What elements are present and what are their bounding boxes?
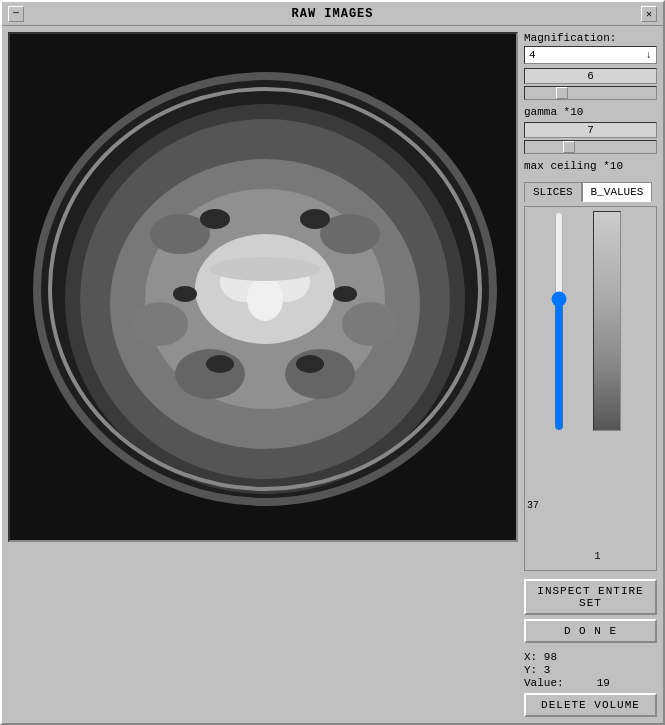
ceiling-slider[interactable] — [524, 140, 657, 154]
svg-point-16 — [285, 349, 355, 399]
x-value: 98 — [544, 651, 557, 663]
delete-section: DELETE VOLUME — [524, 693, 657, 717]
y-status: Y: 3 — [524, 664, 657, 676]
ceiling-slider-container — [524, 140, 657, 158]
window-title: RAW IMAGES — [291, 7, 373, 21]
svg-point-15 — [175, 349, 245, 399]
slices-slider-container: 37 — [529, 211, 589, 566]
slices-vertical-slider[interactable] — [548, 211, 570, 431]
tabs-section: SLICES B_VALUES — [524, 182, 657, 202]
gamma-slider-container — [524, 86, 657, 104]
main-content: Magnification: 4 ↓ 6 gamma *10 7 — [2, 26, 663, 723]
bvalues-bar — [593, 211, 621, 431]
svg-point-23 — [206, 355, 234, 373]
value-label: Value: — [524, 677, 564, 689]
bvalues-slider-container: 1 — [593, 211, 653, 566]
brain-image — [10, 34, 518, 542]
tab-slices[interactable]: SLICES — [524, 182, 582, 202]
magnification-value: 4 — [529, 49, 536, 61]
svg-point-22 — [333, 286, 357, 302]
value-value: 19 — [597, 677, 610, 689]
minimize-button[interactable]: ─ — [8, 6, 24, 22]
right-panel: Magnification: 4 ↓ 6 gamma *10 7 — [524, 32, 657, 717]
gamma-value-display: 6 — [524, 68, 657, 84]
x-status: X: 98 — [524, 651, 657, 663]
value-status: Value: 19 — [524, 677, 657, 689]
ceiling-label: max ceiling *10 — [524, 160, 657, 172]
svg-point-10 — [210, 257, 320, 281]
slice-value-label: 37 — [527, 500, 539, 511]
title-bar: ─ RAW IMAGES ✕ — [2, 2, 663, 26]
close-button[interactable]: ✕ — [641, 6, 657, 22]
dropdown-arrow-icon: ↓ — [646, 50, 652, 61]
magnification-select[interactable]: 4 ↓ — [524, 46, 657, 64]
main-window: ─ RAW IMAGES ✕ — [0, 0, 665, 725]
gamma-section: 6 gamma *10 — [524, 68, 657, 118]
magnification-label: Magnification: — [524, 32, 657, 44]
status-section: X: 98 Y: 3 Value: 19 — [524, 651, 657, 689]
magnification-section: Magnification: 4 ↓ — [524, 32, 657, 64]
ceiling-value-display: 7 — [524, 122, 657, 138]
y-label: Y: — [524, 664, 537, 676]
svg-point-19 — [200, 209, 230, 229]
delete-volume-button[interactable]: DELETE VOLUME — [524, 693, 657, 717]
svg-point-20 — [300, 209, 330, 229]
svg-point-24 — [296, 355, 324, 373]
done-button[interactable]: D O N E — [524, 619, 657, 643]
y-value: 3 — [544, 664, 551, 676]
svg-point-9 — [247, 277, 283, 321]
tab-bvalues[interactable]: B_VALUES — [582, 182, 653, 202]
inspect-entire-set-button[interactable]: INSPECT ENTIRE SET — [524, 579, 657, 615]
svg-point-21 — [173, 286, 197, 302]
sliders-section: 37 1 — [524, 206, 657, 571]
buttons-section: INSPECT ENTIRE SET D O N E — [524, 579, 657, 643]
svg-point-14 — [342, 302, 398, 346]
gamma-slider[interactable] — [524, 86, 657, 100]
gamma-label: gamma *10 — [524, 106, 657, 118]
x-label: X: — [524, 651, 537, 663]
image-panel — [8, 32, 518, 542]
svg-point-13 — [132, 302, 188, 346]
ceiling-section: 7 max ceiling *10 — [524, 122, 657, 172]
bvalue-label: 1 — [595, 551, 601, 562]
